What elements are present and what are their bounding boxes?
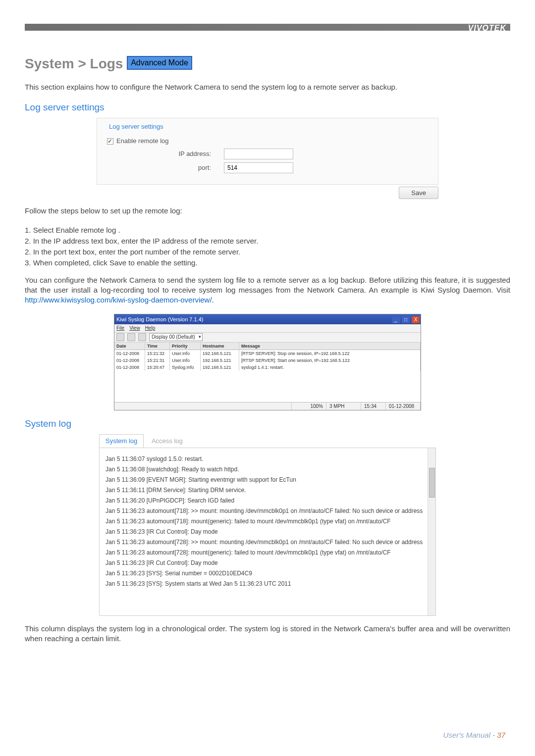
log-line: Jan 5 11:36:20 [UPnPIGDCP]: Search IGD f…	[106, 496, 429, 505]
brand-logo: VIVOTEK	[468, 24, 506, 33]
log-line: Jan 5 11:36:23 automount[728]: >> mount:…	[106, 538, 429, 547]
log-line: Jan 5 11:36:07 syslogd 1.5.0: restart.	[106, 454, 429, 463]
port-label: port:	[107, 163, 211, 172]
panel-legend: Log server settings	[107, 122, 165, 131]
log-line: Jan 5 11:36:23 [IR Cut Control]: Day mod…	[106, 558, 429, 567]
log-line: Jan 5 11:36:23 [SYS]: Serial number = 00…	[106, 569, 429, 578]
log-line: Jan 5 11:36:23 automount[728]: mount(gen…	[106, 548, 429, 557]
scrollbar[interactable]	[428, 448, 435, 615]
status-date: 01-12-2008	[386, 403, 421, 410]
step-item: 3. When completed, click Save to enable …	[25, 258, 510, 268]
display-select[interactable]: Display 00 (Default)	[149, 333, 203, 341]
log-line: Jan 5 11:36:23 automount[718]: mount(gen…	[106, 517, 429, 526]
status-time: 15:34	[361, 403, 386, 410]
status-mph: 3 MPH	[326, 403, 361, 410]
col-message: Message	[239, 343, 421, 350]
log-line: Jan 5 11:36:23 [SYS]: System starts at W…	[106, 579, 429, 588]
toolbar-icon[interactable]	[138, 333, 146, 341]
close-icon[interactable]: X	[412, 316, 420, 323]
intro-text: This section explains how to configure t…	[25, 82, 510, 92]
system-log-box: Jan 5 11:36:07 syslogd 1.5.0: restart.Ja…	[99, 448, 436, 616]
step-item: 1. Select Enable remote log .	[25, 225, 510, 235]
enable-remote-log-label: Enable remote log	[116, 137, 169, 146]
enable-remote-log-checkbox[interactable]	[107, 138, 113, 145]
step-item: 2. In the port text box, enter the port …	[25, 247, 510, 257]
tab-system-log[interactable]: System log	[99, 434, 144, 448]
ip-address-input[interactable]	[224, 149, 293, 159]
page-title: System > Logs Advanced Mode	[25, 54, 510, 73]
toolbar-icon[interactable]	[127, 333, 135, 341]
status-percent: 100%	[292, 403, 326, 410]
port-input[interactable]	[224, 162, 293, 173]
log-server-settings-heading: Log server settings	[25, 101, 510, 114]
log-line: Jan 5 11:36:08 [swatchdog]: Ready to wat…	[106, 465, 429, 474]
kiwi-window: Kiwi Syslog Daemon (Version 7.1.4) _ □ X…	[114, 314, 421, 410]
col-hostname: Hostname	[201, 343, 239, 350]
kiwi-row: 01-12-200815:21:32User.Info192.168.5.121…	[114, 350, 421, 357]
follow-text: Follow the steps below to set up the rem…	[25, 206, 510, 216]
system-log-heading: System log	[25, 417, 510, 430]
scroll-thumb[interactable]	[429, 468, 435, 498]
save-button[interactable]: Save	[399, 187, 438, 200]
log-server-panel: Log server settings Enable remote log IP…	[97, 118, 438, 185]
log-line: Jan 5 11:36:09 [EVENT MGR]: Starting eve…	[106, 475, 429, 484]
breadcrumb: System > Logs	[25, 56, 123, 71]
log-line: Jan 5 11:36:23 automount[718]: >> mount:…	[106, 506, 429, 515]
maximize-icon[interactable]: □	[402, 316, 410, 323]
kiwi-row: 01-12-200815:20:47Syslog.Info192.168.5.1…	[114, 364, 421, 371]
closing-text: This column displays the system log in a…	[25, 624, 510, 644]
col-time: Time	[145, 343, 170, 350]
col-date: Date	[114, 343, 145, 350]
kiwi-link[interactable]: http://www.kiwisyslog.com/kiwi-syslog-da…	[25, 296, 212, 304]
kiwi-row: 01-12-200815:21:31User.Info192.168.5.121…	[114, 357, 421, 364]
minimize-icon[interactable]: _	[392, 316, 400, 323]
advanced-mode-badge: Advanced Mode	[127, 56, 192, 70]
kiwi-paragraph: You can configure the Network Camera to …	[25, 275, 510, 305]
kiwi-menubar[interactable]: FileViewHelp	[114, 324, 421, 333]
kiwi-titlebar-text: Kiwi Syslog Daemon (Version 7.1.4)	[116, 316, 203, 323]
ip-address-label: IP address:	[107, 150, 211, 158]
log-line: Jan 5 11:36:23 [IR Cut Control]: Day mod…	[106, 527, 429, 536]
col-priority: Priority	[170, 343, 201, 350]
toolbar-icon[interactable]	[116, 333, 124, 341]
step-item: 2. In the IP address text box, enter the…	[25, 236, 510, 246]
tab-access-log[interactable]: Access log	[146, 435, 189, 448]
steps-list: 1. Select Enable remote log . 2. In the …	[25, 225, 510, 268]
page-footer: User's Manual - 37	[443, 731, 505, 739]
log-line: Jan 5 11:36:11 [DRM Service]: Starting D…	[106, 486, 429, 495]
